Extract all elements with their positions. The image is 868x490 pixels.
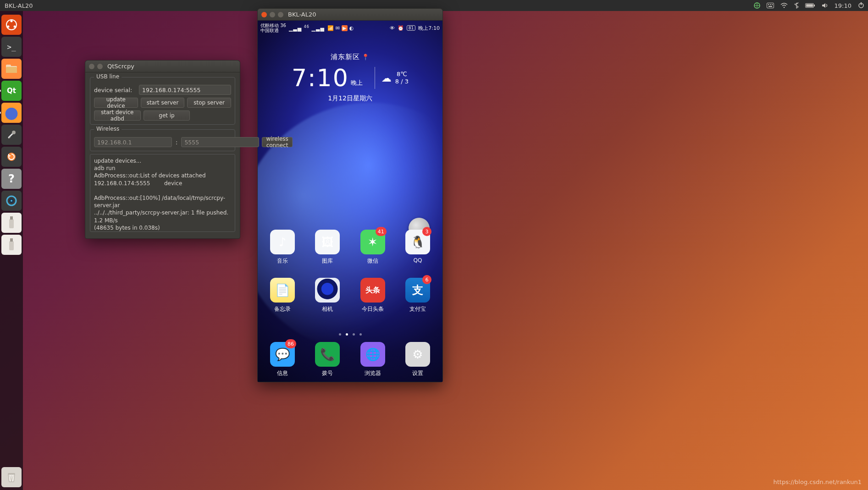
qq-badge: 3 bbox=[422, 227, 431, 236]
app-camera[interactable]: 相机 bbox=[311, 278, 344, 313]
wechat-label: 微信 bbox=[352, 257, 394, 265]
date-text: 1月12日星期六 bbox=[258, 94, 442, 103]
wifi-icon: 📶 bbox=[327, 25, 334, 31]
gallery-icon: 🖼 bbox=[315, 230, 340, 254]
watermark: https://blog.csdn.net/rankun1 bbox=[774, 479, 862, 485]
page-indicator[interactable] bbox=[258, 333, 442, 336]
app-music[interactable]: ♪音乐 bbox=[266, 230, 299, 265]
app-alipay[interactable]: 支支付宝6 bbox=[401, 278, 434, 313]
svg-point-23 bbox=[11, 200, 12, 202]
svg-rect-1 bbox=[767, 3, 774, 8]
app-gallery[interactable]: 🖼图库 bbox=[311, 230, 344, 265]
minimize-icon[interactable] bbox=[270, 12, 275, 17]
app-browser[interactable]: 🌐浏览器 bbox=[356, 342, 389, 377]
location-text: 浦东新区 bbox=[331, 53, 360, 61]
generic-notif-icon: ◐ bbox=[349, 25, 354, 31]
notes-icon: 📄 bbox=[270, 278, 295, 303]
qtscrcpy-title: QtScrcpy bbox=[107, 63, 134, 70]
bluetooth-indicator-icon[interactable] bbox=[794, 2, 799, 9]
eye-comfort-icon: 👁 bbox=[390, 25, 395, 31]
phone-screen[interactable]: 优酷移动 36 中国联通 ▁▃▅ 46 ▁▃▅ 📶 ✉ ▶ ◐ 👁 ⏰ 81 晚… bbox=[258, 21, 442, 382]
temp-range: 8 / 3 bbox=[395, 78, 409, 85]
wechat-notif-icon: ✉ bbox=[336, 25, 340, 31]
temp: 8℃ bbox=[395, 71, 409, 78]
launcher-terminal[interactable]: >_ bbox=[1, 37, 22, 57]
home-apps: ♪音乐🖼图库✶微信41🐧QQ3 📄备忘录相机头条今日头条支支付宝6 bbox=[258, 230, 442, 313]
launcher-help[interactable]: ? bbox=[1, 169, 22, 189]
svg-rect-3 bbox=[770, 4, 771, 5]
app-notes[interactable]: 📄备忘录 bbox=[266, 278, 299, 313]
launcher-qtcreator[interactable]: Qt bbox=[1, 81, 22, 101]
svg-rect-4 bbox=[772, 4, 773, 5]
toutiao-label: 今日头条 bbox=[352, 305, 394, 313]
launcher-usb-drive-1[interactable] bbox=[1, 213, 22, 233]
app-phone[interactable]: 📞拨号 bbox=[311, 342, 344, 377]
wireless-legend: Wireless bbox=[94, 126, 122, 132]
browser-label: 浏览器 bbox=[352, 369, 394, 377]
serial-input[interactable] bbox=[139, 85, 231, 95]
launcher-system-settings[interactable] bbox=[1, 125, 22, 145]
launcher-files[interactable] bbox=[1, 59, 22, 79]
battery-indicator-icon[interactable] bbox=[805, 3, 815, 8]
svg-rect-26 bbox=[9, 241, 14, 250]
app-messages[interactable]: 💬信息86 bbox=[266, 342, 299, 377]
wechat-badge: 41 bbox=[376, 227, 387, 236]
settings-icon: ⚙ bbox=[405, 342, 430, 367]
close-icon[interactable] bbox=[89, 64, 94, 69]
home-clock-widget[interactable]: 浦东新区📍 7:10 晚上 ☁ 8℃ 8 / 3 1月12日星期六 bbox=[258, 53, 442, 103]
launcher-usb-drive-2[interactable] bbox=[1, 235, 22, 255]
phone-titlebar[interactable]: BKL-AL20 bbox=[258, 9, 442, 21]
update-device-button[interactable]: update device bbox=[94, 98, 138, 108]
svg-rect-25 bbox=[10, 216, 13, 220]
start-adbd-button[interactable]: start device adbd bbox=[94, 110, 141, 121]
svg-point-19 bbox=[12, 131, 16, 134]
launcher-cheese[interactable] bbox=[1, 191, 22, 211]
wireless-connect-button[interactable]: wireless connect bbox=[262, 137, 292, 147]
launcher-trash[interactable] bbox=[1, 467, 22, 487]
log-output[interactable]: update devices... adb run AdbProcess::ou… bbox=[90, 154, 235, 232]
keyboard-indicator-icon[interactable] bbox=[767, 3, 774, 8]
alipay-badge: 6 bbox=[422, 275, 431, 284]
browser-icon: 🌐 bbox=[360, 342, 385, 367]
wireless-ip-input[interactable] bbox=[94, 137, 172, 147]
app-settings[interactable]: ⚙设置 bbox=[401, 342, 434, 377]
camera-icon bbox=[315, 278, 340, 303]
signal-icon: ▁▃▅ 46 ▁▃▅ bbox=[289, 25, 325, 32]
minimize-icon[interactable] bbox=[97, 64, 103, 69]
divider bbox=[375, 67, 375, 89]
svg-point-13 bbox=[11, 20, 13, 22]
launcher-software-updater[interactable] bbox=[1, 147, 22, 167]
usb-legend: USB line bbox=[94, 73, 122, 80]
qtscrcpy-window: QtScrcpy USB line device serial: update … bbox=[85, 60, 240, 239]
app-wechat[interactable]: ✶微信41 bbox=[356, 230, 389, 265]
status-clock: 晚上7:10 bbox=[418, 25, 440, 32]
wifi-indicator-icon[interactable] bbox=[780, 3, 788, 8]
launcher-dash[interactable] bbox=[1, 15, 22, 35]
svg-point-6 bbox=[783, 7, 785, 8]
qtscrcpy-titlebar[interactable]: QtScrcpy bbox=[85, 61, 240, 72]
start-server-button[interactable]: start server bbox=[141, 98, 185, 108]
alarm-icon: ⏰ bbox=[398, 25, 404, 31]
video-notif-icon: ▶ bbox=[342, 25, 347, 31]
active-app-title: BKL-AL20 bbox=[5, 2, 33, 9]
phone-dock: 💬信息86📞拨号🌐浏览器⚙设置 bbox=[258, 342, 442, 377]
clock[interactable]: 19:10 bbox=[835, 2, 851, 9]
wireless-group: Wireless : wireless connect bbox=[90, 129, 235, 151]
svg-rect-28 bbox=[8, 473, 15, 474]
get-ip-button[interactable]: get ip bbox=[144, 110, 190, 121]
camera-label: 相机 bbox=[306, 305, 348, 313]
wireless-port-input[interactable] bbox=[181, 137, 259, 147]
stop-server-button[interactable]: stop server bbox=[187, 98, 231, 108]
app-qq[interactable]: 🐧QQ3 bbox=[401, 230, 434, 265]
network-manager-icon[interactable] bbox=[754, 2, 760, 9]
carrier-label: 优酷移动 36 中国联通 bbox=[260, 23, 286, 33]
svg-rect-8 bbox=[806, 4, 813, 7]
svg-rect-11 bbox=[861, 2, 862, 5]
close-icon[interactable] bbox=[261, 12, 267, 17]
sound-indicator-icon[interactable] bbox=[822, 3, 828, 8]
session-indicator-icon[interactable] bbox=[858, 2, 864, 9]
svg-rect-5 bbox=[768, 6, 772, 7]
maximize-icon[interactable] bbox=[278, 12, 283, 17]
app-toutiao[interactable]: 头条今日头条 bbox=[356, 278, 389, 313]
launcher-firefox[interactable] bbox=[1, 103, 22, 123]
